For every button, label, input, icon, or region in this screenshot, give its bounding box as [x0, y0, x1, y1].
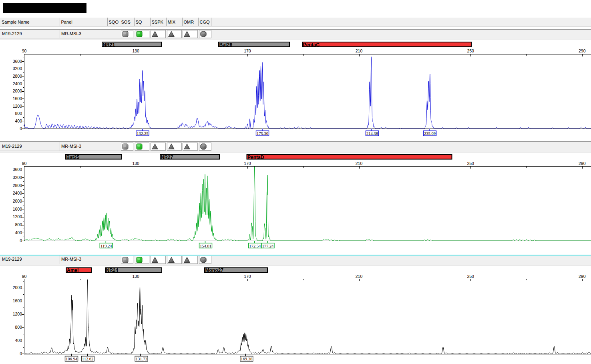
svg-text:210: 210 [356, 161, 363, 166]
svg-text:90: 90 [22, 161, 27, 166]
svg-text:Mono27: Mono27 [205, 267, 224, 273]
svg-text:Amel: Amel [67, 267, 78, 273]
svg-text:NR27: NR27 [161, 155, 173, 160]
svg-text:0: 0 [20, 351, 22, 356]
svg-text:170: 170 [244, 48, 251, 53]
svg-text:1600: 1600 [13, 207, 22, 211]
svg-text:235.09: 235.09 [424, 131, 436, 136]
svg-text:PentaD: PentaD [247, 155, 264, 160]
svg-text:119.24: 119.24 [101, 244, 112, 248]
svg-text:2000: 2000 [13, 88, 22, 93]
svg-text:NR21: NR21 [103, 42, 115, 48]
svg-text:0: 0 [20, 238, 22, 243]
svg-text:800: 800 [15, 325, 22, 330]
svg-text:2000: 2000 [13, 199, 22, 203]
svg-text:2800: 2800 [13, 74, 22, 78]
svg-text:90: 90 [22, 48, 27, 53]
svg-text:1600: 1600 [13, 298, 22, 303]
svg-text:1600: 1600 [13, 96, 22, 101]
svg-text:3200: 3200 [13, 175, 22, 180]
svg-text:2000: 2000 [13, 285, 22, 290]
svg-text:112.62: 112.62 [82, 357, 94, 361]
svg-text:250: 250 [467, 161, 474, 166]
svg-text:106.94: 106.94 [66, 357, 78, 361]
svg-text:169.38: 169.38 [241, 357, 252, 361]
svg-text:290: 290 [579, 274, 586, 279]
svg-text:172.54: 172.54 [249, 244, 261, 248]
svg-text:3600: 3600 [13, 167, 22, 172]
svg-text:210: 210 [356, 48, 363, 53]
svg-text:NR24: NR24 [106, 267, 119, 273]
svg-text:132.25: 132.25 [137, 131, 149, 136]
svg-text:250: 250 [467, 48, 474, 53]
svg-text:214.38: 214.38 [366, 131, 378, 136]
svg-text:800: 800 [15, 111, 22, 116]
svg-text:400: 400 [15, 230, 22, 235]
svg-text:90: 90 [22, 274, 27, 279]
svg-text:170: 170 [244, 274, 251, 279]
svg-text:0: 0 [20, 126, 22, 131]
svg-text:250: 250 [467, 274, 474, 279]
svg-text:175.30: 175.30 [257, 131, 268, 136]
svg-text:290: 290 [579, 48, 586, 53]
svg-text:177.24: 177.24 [262, 244, 274, 248]
svg-text:130: 130 [132, 161, 139, 166]
svg-text:131.73: 131.73 [136, 357, 147, 361]
svg-text:1200: 1200 [13, 214, 22, 219]
svg-text:3600: 3600 [13, 59, 22, 64]
svg-text:800: 800 [15, 222, 22, 227]
svg-text:PentaC: PentaC [303, 42, 320, 48]
svg-text:400: 400 [15, 119, 22, 123]
svg-text:2400: 2400 [13, 191, 22, 195]
svg-text:3200: 3200 [13, 66, 22, 71]
svg-text:154.81: 154.81 [200, 244, 211, 248]
svg-text:Bat25: Bat25 [66, 155, 80, 160]
svg-text:130: 130 [132, 274, 139, 279]
svg-text:Bat26: Bat26 [219, 42, 233, 48]
svg-text:290: 290 [579, 161, 586, 166]
svg-text:2800: 2800 [13, 183, 22, 188]
svg-text:2400: 2400 [13, 81, 22, 86]
svg-text:170: 170 [244, 161, 251, 166]
svg-text:1200: 1200 [13, 104, 22, 109]
svg-text:130: 130 [132, 48, 139, 53]
svg-text:210: 210 [356, 274, 363, 279]
svg-text:1200: 1200 [13, 312, 22, 316]
svg-text:400: 400 [15, 338, 22, 343]
